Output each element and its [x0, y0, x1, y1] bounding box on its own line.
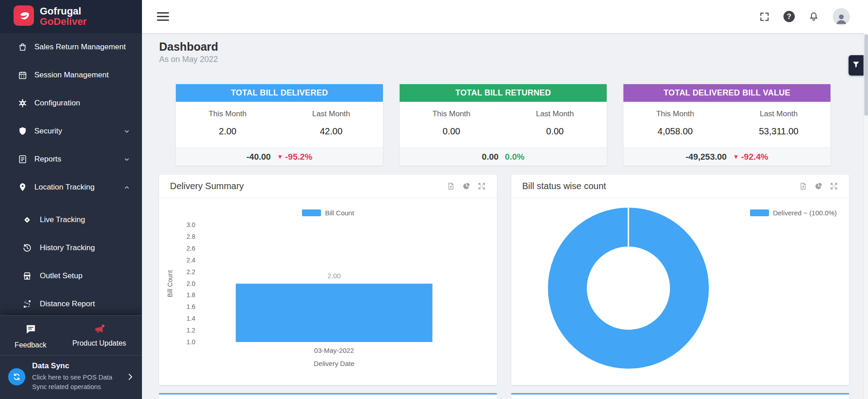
- sidebar-subitem-history-tracking[interactable]: History Tracking: [0, 234, 142, 262]
- last-month-label: Last Month: [727, 109, 830, 119]
- sidebar-subitem-distance-report[interactable]: Distance Report: [0, 290, 142, 318]
- sidebar-item-location-tracking[interactable]: Location Tracking: [0, 173, 142, 201]
- main-content: Dashboard As on May 2022 TOTAL BILL DELI…: [142, 33, 868, 399]
- sidebar-item-label: Session Management: [34, 71, 108, 80]
- funnel-icon: [852, 60, 860, 71]
- live-tracking-icon: [22, 215, 32, 225]
- stat-card-footer: -49,253.00 ▼-92.4%: [623, 147, 830, 166]
- charts-row: Delivery Summary: [159, 175, 849, 385]
- stat-card-footer: -40.00 ▼-95.2%: [176, 147, 383, 166]
- chevron-up-icon: [123, 184, 130, 191]
- page-title: Dashboard: [159, 40, 218, 53]
- bell-icon[interactable]: [808, 11, 819, 22]
- data-sync-button[interactable]: Data Sync Click here to see POS Data Syn…: [0, 355, 142, 399]
- location-pin-icon: [18, 182, 28, 192]
- page-subtitle: As on May 2022: [159, 55, 218, 64]
- trend-down-icon: ▼: [733, 154, 739, 160]
- last-month-label: Last Month: [279, 109, 383, 119]
- this-month-value: 4,058.00: [623, 126, 727, 137]
- product-updates-label: Product Updates: [72, 339, 126, 347]
- sidebar-subitem-live-tracking[interactable]: Live Tracking: [0, 206, 142, 234]
- last-month-value: 53,311.00: [727, 126, 830, 137]
- export-icon[interactable]: [799, 182, 807, 190]
- feedback-icon: [25, 323, 37, 337]
- chart-title: Bill status wise count: [522, 181, 606, 191]
- sidebar-item-configuration[interactable]: Configuration: [0, 89, 142, 117]
- sidebar-subitem-label: History Tracking: [40, 243, 95, 252]
- export-icon[interactable]: [447, 182, 455, 190]
- hamburger-menu-icon[interactable]: [157, 10, 169, 23]
- diff-value: -40.00: [246, 152, 271, 162]
- pct-value: -92.4%: [741, 152, 768, 162]
- vertical-scrollbar[interactable]: [863, 33, 868, 399]
- pie-icon[interactable]: [462, 182, 471, 190]
- this-month-label: This Month: [176, 109, 279, 119]
- last-month-value: 42.00: [279, 126, 383, 137]
- x-axis-category: 03-May-2022: [201, 347, 467, 354]
- sync-icon: [8, 368, 25, 385]
- chevron-right-icon: [126, 372, 135, 381]
- this-month-label: This Month: [400, 109, 503, 119]
- outlet-store-icon: [22, 271, 32, 281]
- legend-swatch: [302, 209, 321, 216]
- sidebar-subitem-label: Distance Report: [40, 299, 95, 309]
- bar-plot-area: 2.00: [201, 225, 467, 342]
- sidebar-item-label: Security: [34, 127, 62, 136]
- fullscreen-icon[interactable]: [759, 11, 770, 22]
- reports-icon: [18, 154, 28, 164]
- data-sync-line2: Sync related operations: [32, 382, 119, 392]
- product-updates-link[interactable]: Product Updates: [57, 323, 142, 349]
- stat-card-total-delivered-bill-value: TOTAL DELIVERED BILL VALUE This Month 4,…: [623, 84, 830, 166]
- legend-label: Bill Count: [325, 209, 354, 217]
- data-sync-title: Data Sync: [32, 361, 119, 370]
- scrollbar-thumb[interactable]: [864, 34, 868, 116]
- distance-route-icon: [22, 299, 32, 309]
- this-month-value: 0.00: [400, 126, 503, 137]
- sidebar-item-session-management[interactable]: Session Management: [0, 61, 142, 89]
- this-month-label: This Month: [623, 109, 727, 119]
- below-fold-cards: [159, 393, 849, 399]
- chevron-down-icon: [123, 156, 130, 163]
- sidebar: Gofrugal GoDeliver Sales Return Manageme…: [0, 0, 142, 399]
- sidebar-subitem-label: Live Tracking: [40, 215, 85, 224]
- donut-chart[interactable]: [511, 198, 849, 385]
- x-axis-title: Delivery Date: [201, 360, 467, 367]
- sidebar-item-security[interactable]: Security: [0, 117, 142, 145]
- brand-name-secondary: GoDeliver: [40, 17, 87, 27]
- gear-icon: [18, 98, 28, 108]
- stat-card-header: TOTAL DELIVERED BILL VALUE: [623, 84, 830, 102]
- pie-icon[interactable]: [814, 182, 823, 190]
- sidebar-subitem-outlet-setup[interactable]: Outlet Setup: [0, 262, 142, 290]
- feedback-link[interactable]: Feedback: [5, 323, 57, 349]
- help-icon[interactable]: ?: [783, 11, 795, 22]
- stat-card-total-bill-returned: TOTAL BILL RETURNED This Month 0.00 Last…: [400, 84, 607, 166]
- feedback-label: Feedback: [14, 341, 46, 349]
- filter-button[interactable]: [849, 55, 863, 76]
- bar-bill-count[interactable]: 2.00: [236, 284, 433, 342]
- brand-logo-icon: [14, 5, 34, 28]
- brand-name-primary: Gofrugal: [40, 6, 87, 17]
- sidebar-item-sales-return-management[interactable]: Sales Return Management: [0, 33, 142, 61]
- brand-logo[interactable]: Gofrugal GoDeliver: [0, 0, 142, 33]
- bar-legend[interactable]: Bill Count: [159, 209, 497, 217]
- expand-icon[interactable]: [477, 182, 486, 190]
- sidebar-item-label: Location Tracking: [34, 183, 94, 192]
- expand-icon[interactable]: [830, 182, 838, 190]
- trend-down-icon: ▼: [277, 154, 283, 160]
- sidebar-item-label: Reports: [34, 155, 61, 164]
- pct-value: -95.2%: [285, 152, 312, 162]
- user-avatar[interactable]: [833, 8, 850, 25]
- diff-value: 0.00: [482, 152, 499, 162]
- stat-card-total-bill-delivered: TOTAL BILL DELIVERED This Month 2.00 Las…: [176, 84, 383, 166]
- last-month-value: 0.00: [503, 126, 607, 137]
- stat-card-header: TOTAL BILL RETURNED: [400, 84, 607, 102]
- sidebar-item-label: Sales Return Management: [34, 43, 126, 52]
- megaphone-icon: [94, 323, 105, 335]
- sidebar-item-reports[interactable]: Reports: [0, 145, 142, 173]
- this-month-value: 2.00: [176, 126, 279, 137]
- y-axis-ticks: 3.02.82.62.42.22.01.81.61.41.21.0: [159, 225, 195, 342]
- partial-card: [159, 393, 497, 399]
- stat-card-footer: 0.00 ▼0.0%: [400, 147, 607, 166]
- partial-card: [511, 393, 849, 399]
- stat-cards-row: TOTAL BILL DELIVERED This Month 2.00 Las…: [176, 84, 830, 166]
